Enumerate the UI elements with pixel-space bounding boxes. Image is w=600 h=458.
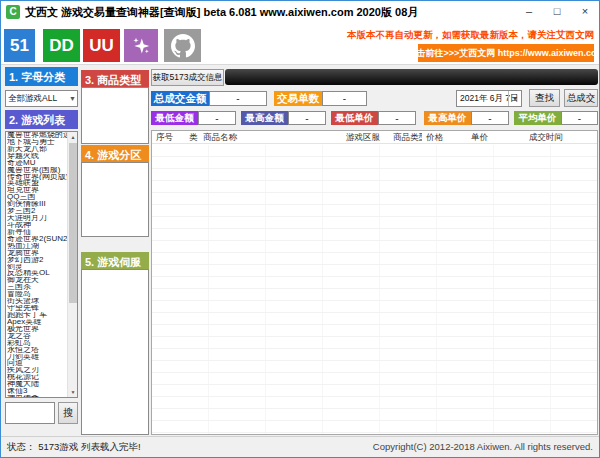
list-item[interactable]: 剑灵 [7,264,67,271]
find-button[interactable]: 查找 [529,89,560,107]
website-link-button[interactable]: 点击前往>>>艾西文网 https://www.aixiwen.com [418,44,594,62]
list-item[interactable]: 永恒之塔 [7,347,67,354]
list-item[interactable]: 守望先锋 [7,305,67,312]
column-header: 商品类型 [389,131,422,143]
chevron-down-icon[interactable]: ▼ [508,91,521,106]
list-item[interactable]: Apex英雄 [7,319,67,326]
table-body[interactable] [152,145,597,434]
list-item[interactable]: 梦三国2 [7,208,67,215]
letter-category-header: 1. 字母分类 [5,67,78,86]
list-item[interactable]: 奇迹世界2(SUN2) [7,236,67,243]
list-item[interactable]: 御龙在天 [7,277,67,284]
column-header: 成交时间 [525,131,597,143]
list-item[interactable]: 新寻仙 [7,229,67,236]
game-zone-header: 4. 游戏分区 [81,145,149,162]
column-header: 游戏区服 [342,131,389,143]
list-item[interactable]: 热血江湖 [7,243,67,250]
site-button-sparkle[interactable] [124,29,158,62]
status-text: 状态： 5173游戏 列表载入完毕! [7,441,141,454]
list-item[interactable]: 三国杀 [7,284,67,291]
list-item[interactable]: 龙之谷 [7,333,67,340]
app-window: C 艾西文 游戏交易量查询神器[查询版] beta 6.081 www.aixi… [0,0,600,458]
game-server-listbox[interactable] [81,269,149,435]
max-unit-price-label: 最高单价 [424,111,471,125]
list-item[interactable]: 神鬼传奇 [7,395,67,398]
list-item[interactable]: 剑侠情缘III [7,201,67,208]
product-type-header: 3. 商品类型 [81,70,149,87]
list-item[interactable]: 跑跑卡丁车 [7,312,67,319]
window-title: 艾西文 游戏交易量查询神器[查询版] beta 6.081 www.aixiwe… [25,5,418,20]
app-icon: C [6,5,20,19]
list-item[interactable]: 坦克世界 [7,187,67,194]
list-item[interactable]: 诛仙3 [7,388,67,395]
column-header: 类 [185,131,199,143]
scroll-up-icon[interactable]: ▲ [68,132,78,142]
list-item[interactable]: 反恐精英OL [7,270,67,277]
date-picker[interactable]: 2021年 6月 7日 ▼ [456,90,522,107]
github-icon [171,34,195,58]
min-unit-price-label: 最低单价 [331,111,378,125]
list-item[interactable]: 魔兽世界(国服) [7,167,67,174]
product-type-listbox[interactable] [81,87,149,144]
scroll-down-icon[interactable]: ▼ [68,387,78,397]
sparkle-icon [131,36,151,56]
close-button[interactable]: × [571,1,599,23]
table-header-row: 序号类商品名称游戏区服商品类型价格单价成交时间 [152,131,597,144]
total-deal-button[interactable]: 总成交 [564,89,598,107]
list-item[interactable]: 地下城与勇士 [7,139,67,146]
column-header: 单价 [467,131,525,143]
list-item[interactable]: 穿越火线 [7,153,67,160]
list-item[interactable]: 刀剑英雄 [7,354,67,361]
update-notice: 本版本不再自动更新，如需获取最新版本，请关注艾西文网 [347,29,594,42]
minimize-button[interactable]: – [515,1,543,23]
game-search-button[interactable]: 搜 [58,402,78,424]
column-header: 商品名称 [199,131,342,143]
game-list-header: 2. 游戏列表 [5,110,78,129]
total-amount-value: - [209,91,267,106]
game-list: 魔兽世界燃烧的远征地下城与勇士新天龙八部穿越火线奇迹MU魔兽世界(国服)传奇世界… [7,132,67,398]
list-item[interactable]: 梦幻西游2 [7,257,67,264]
list-item[interactable]: 问道 [7,360,67,367]
list-item[interactable]: 斗战神 [7,222,67,229]
site-button-github[interactable] [164,29,201,62]
maximize-button[interactable]: □ [543,1,571,23]
window-controls: – □ × [515,1,599,23]
list-item[interactable]: 极光世界 [7,326,67,333]
list-item[interactable]: 传奇世界(网页版) [7,174,67,181]
list-item[interactable]: 魔兽世界燃烧的远征 [7,132,67,139]
game-listbox[interactable]: 魔兽世界燃烧的远征地下城与勇士新天龙八部穿越火线奇迹MU魔兽世界(国服)传奇世界… [5,131,78,398]
avg-unit-price-label: 平均单价 [514,111,561,125]
title-bar: C 艾西文 游戏交易量查询神器[查询版] beta 6.081 www.aixi… [1,1,599,23]
game-list-scrollbar[interactable]: ▲ ▼ [67,132,77,397]
list-item[interactable]: 疾风之刃 [7,367,67,374]
column-header: 价格 [422,131,467,143]
list-item[interactable]: 英雄联盟 [7,180,67,187]
list-item[interactable]: 桃花源记 [7,374,67,381]
max-amount-value: - [288,111,326,125]
list-item[interactable]: 街头篮球 [7,298,67,305]
list-item[interactable]: 龙腾世界 [7,250,67,257]
min-amount-value: - [198,111,236,125]
list-item[interactable]: 奇迹MU [7,160,67,167]
min-amount-label: 最低金额 [151,111,198,125]
list-item[interactable]: 彩虹岛 [7,340,67,347]
letter-category-dropdown[interactable]: 全部游戏ALL ▼ [5,90,78,107]
site-button-uu[interactable]: UU [83,29,120,62]
game-zone-listbox[interactable] [81,162,149,237]
list-item[interactable]: QQ三国 [7,194,67,201]
site-button-dd[interactable]: DD [43,29,80,62]
scrollbar-thumb[interactable] [69,143,77,303]
list-item[interactable]: 神魔大陆 [7,381,67,388]
order-count-label: 交易单数 [274,91,322,106]
list-item[interactable]: 天涯明月刀 [7,215,67,222]
avg-unit-price-value: - [561,111,598,125]
list-item[interactable]: 新天龙八部 [7,146,67,153]
letter-category-value: 全部游戏ALL [8,93,57,105]
fetch-data-button[interactable]: 获取5173成交信息 [151,69,224,86]
progress-bar [225,69,598,85]
site-button-51[interactable]: 51 [4,29,35,62]
order-count-value: - [322,91,367,106]
game-search-input[interactable] [5,402,55,424]
list-item[interactable]: 冒险岛 [7,291,67,298]
toolbar: 51 DD UU 本版本不再自动更新，如需获取最新版本，请关注艾西文网 点击前往… [1,23,599,65]
